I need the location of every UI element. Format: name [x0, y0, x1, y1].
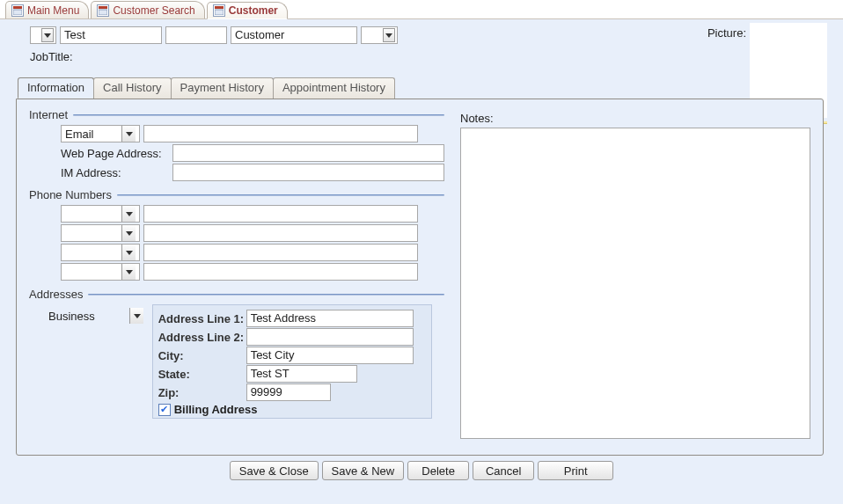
middle-name-field[interactable] — [165, 26, 227, 44]
first-name-field[interactable]: Test — [60, 26, 162, 44]
customer-form: Test Customer JobTitle: Picture: Informa… — [0, 19, 843, 504]
cancel-button[interactable]: Cancel — [473, 461, 534, 480]
zip-label: Zip: — [158, 386, 246, 399]
suffix-dropdown[interactable] — [361, 26, 398, 44]
phone-type-dropdown[interactable] — [61, 205, 140, 223]
billing-address-label: Billing Address — [174, 403, 258, 416]
city-label: City: — [158, 349, 246, 362]
phone-number-field[interactable] — [143, 263, 418, 281]
chevron-down-icon — [41, 28, 54, 42]
svg-rect-3 — [99, 10, 107, 15]
address-type-value: Business — [48, 310, 95, 323]
jobtitle-row: JobTitle: — [30, 47, 827, 65]
address-type-dropdown[interactable]: Business — [45, 308, 143, 324]
window-tab-main-menu[interactable]: Main Menu — [5, 1, 89, 18]
jobtitle-field[interactable] — [132, 47, 412, 65]
window-tab-strip: Main Menu Customer Search Customer — [0, 0, 843, 19]
internet-group: Internet Email Web Page Address: IM Addr… — [29, 108, 444, 181]
save-close-button[interactable]: Save & Close — [230, 461, 319, 480]
im-field[interactable] — [172, 164, 444, 181]
chevron-down-icon — [383, 28, 395, 42]
phone-number-field[interactable] — [143, 244, 418, 261]
address-line1-field[interactable]: Test Address — [246, 310, 414, 327]
chevron-down-icon — [121, 126, 136, 142]
email-type-dropdown[interactable]: Email — [61, 125, 140, 142]
button-row: Save & Close Save & New Delete Cancel Pr… — [16, 461, 827, 480]
tab-call-history[interactable]: Call History — [93, 77, 171, 99]
window-tab-label: Customer Search — [113, 4, 194, 17]
phone-type-dropdown[interactable] — [61, 263, 140, 281]
state-label: State: — [158, 368, 246, 381]
phone-number-field[interactable] — [143, 205, 418, 223]
tab-information[interactable]: Information — [18, 77, 94, 99]
im-label: IM Address: — [61, 166, 172, 179]
last-name-field[interactable]: Customer — [231, 26, 357, 44]
form-icon — [213, 4, 225, 17]
form-icon — [11, 4, 24, 17]
address-line2-label: Address Line 2: — [158, 331, 246, 344]
tab-payment-history[interactable]: Payment History — [171, 77, 274, 99]
address-panel: Address Line 1: Test Address Address Lin… — [152, 304, 432, 419]
city-field[interactable]: Test City — [246, 347, 414, 364]
window-tab-label: Main Menu — [27, 4, 79, 17]
tab-appointment-history[interactable]: Appointment History — [273, 77, 395, 99]
chevron-down-icon — [121, 245, 136, 260]
divider — [117, 194, 444, 196]
delete-button[interactable]: Delete — [407, 461, 469, 480]
phone-type-dropdown[interactable] — [61, 224, 140, 242]
internet-group-title: Internet — [29, 108, 73, 121]
svg-rect-2 — [99, 6, 107, 9]
divider — [88, 294, 444, 296]
phones-group: Phone Numbers — [29, 188, 444, 281]
addresses-group-title: Addresses — [29, 288, 88, 301]
form-icon — [97, 4, 109, 17]
picture-label: Picture: — [707, 26, 746, 40]
zip-field[interactable]: 99999 — [246, 383, 331, 401]
notes-field[interactable] — [460, 128, 810, 439]
chevron-down-icon — [129, 308, 143, 324]
divider — [73, 114, 444, 116]
save-new-button[interactable]: Save & New — [322, 461, 405, 480]
address-line1-label: Address Line 1: — [158, 312, 246, 325]
chevron-down-icon — [121, 264, 136, 280]
svg-rect-0 — [13, 6, 22, 9]
email-field[interactable] — [143, 125, 418, 142]
billing-address-checkbox[interactable] — [158, 404, 171, 416]
jobtitle-label: JobTitle: — [30, 50, 132, 63]
phone-type-dropdown[interactable] — [61, 244, 140, 261]
webpage-label: Web Page Address: — [61, 147, 172, 160]
window-tab-label: Customer — [229, 4, 278, 17]
phone-number-field[interactable] — [143, 224, 418, 242]
svg-rect-4 — [215, 6, 224, 9]
print-button[interactable]: Print — [538, 461, 613, 480]
chevron-down-icon — [121, 206, 136, 222]
webpage-field[interactable] — [172, 144, 444, 162]
address-line2-field[interactable] — [246, 328, 414, 346]
phones-group-title: Phone Numbers — [29, 188, 117, 201]
svg-rect-5 — [215, 10, 224, 15]
chevron-down-icon — [121, 225, 136, 241]
state-field[interactable]: Test ST — [246, 365, 357, 383]
prefix-dropdown[interactable] — [30, 26, 56, 44]
notes-label: Notes: — [460, 112, 494, 125]
svg-rect-1 — [13, 10, 22, 15]
email-type-value: Email — [65, 128, 94, 141]
information-panel: Internet Email Web Page Address: IM Addr… — [16, 99, 824, 456]
addresses-group: Addresses Business Address Line 1: Test … — [29, 288, 444, 419]
detail-tab-strip: Information Call History Payment History… — [18, 77, 827, 99]
window-tab-customer[interactable]: Customer — [207, 2, 288, 19]
window-tab-customer-search[interactable]: Customer Search — [91, 1, 204, 18]
